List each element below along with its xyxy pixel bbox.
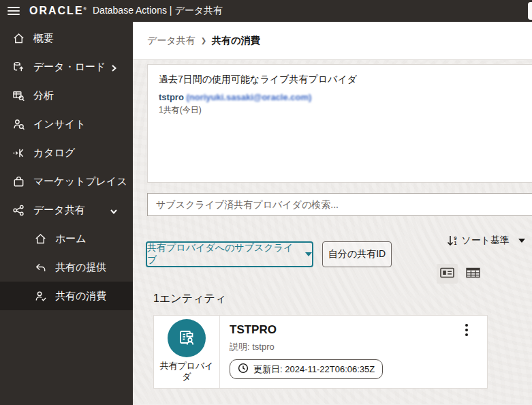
catalog-icon <box>12 146 25 160</box>
updated-badge: 更新日: 2024-11-22T06:06:35Z <box>230 359 383 379</box>
app-title: Database Actions | データ共有 <box>93 5 223 17</box>
sidebar-item-data-sharing[interactable]: データ共有 <box>0 196 133 224</box>
breadcrumb-current: 共有の消費 <box>212 35 260 47</box>
breadcrumb: データ共有 ❯ 共有の消費 <box>133 22 532 60</box>
marketplace-icon <box>12 175 25 188</box>
provider-link[interactable]: tstpro <box>159 92 184 102</box>
share-provider-avatar-icon <box>168 319 206 357</box>
sidebar-item-share-consume[interactable]: 共有の消費 <box>0 282 133 310</box>
live-providers-title: 過去7日間の使用可能なライブ共有プロバイダ <box>159 74 521 86</box>
share-consume-icon <box>33 289 47 303</box>
breadcrumb-separator: ❯ <box>201 37 206 44</box>
sidebar-item-label: データ共有 <box>33 204 85 217</box>
analysis-icon <box>12 89 25 102</box>
sidebar-item-label: 概要 <box>33 32 54 45</box>
main-panel: 過去7日間の使用可能なライブ共有プロバイダ tstpro (noriyuki.s… <box>133 60 532 404</box>
sort-numeric-icon: 91 <box>447 235 456 246</box>
search-input[interactable] <box>147 193 532 216</box>
table-view-icon <box>466 267 480 281</box>
sidebar-item-label: ホーム <box>55 232 87 245</box>
caret-down-icon <box>518 239 525 243</box>
sidebar-item-share-provide[interactable]: 共有の提供 <box>0 253 133 282</box>
sidebar-item-label: インサイト <box>33 118 86 131</box>
kebab-menu-icon[interactable] <box>458 320 475 340</box>
insights-icon <box>12 117 25 131</box>
sidebar-item-insights[interactable]: インサイト <box>0 110 133 138</box>
my-share-id-button[interactable]: 自分の共有ID <box>322 241 392 267</box>
share-provide-icon <box>33 260 47 274</box>
sidebar-item-label: 分析 <box>33 89 54 102</box>
sidebar-item-label: 共有の提供 <box>55 261 106 274</box>
my-share-id-label: 自分の共有ID <box>328 248 386 260</box>
breadcrumb-parent-link[interactable]: データ共有 <box>147 35 195 47</box>
header-edge-element <box>528 2 532 20</box>
card-view-toggle[interactable] <box>437 264 458 284</box>
sidebar-item-marketplace[interactable]: マーケットプレイス <box>0 167 133 196</box>
oracle-logo: ORACLE® <box>29 5 87 17</box>
data-share-icon <box>12 203 25 217</box>
chevron-right-icon[interactable] <box>110 63 118 71</box>
chevron-down-icon[interactable] <box>110 206 118 214</box>
provider-link-detail[interactable]: (noriyuki.sasaki@oracle.com) <box>186 92 311 102</box>
sidebar-item-label: データ・ロード <box>33 61 106 74</box>
clock-icon <box>238 363 249 376</box>
sidebar-item-sharing-home[interactable]: ホーム <box>0 224 133 253</box>
provider-card[interactable]: 共有プロバイダ TSTPRO 説明: tstpro 更新日: 2024-11-2… <box>153 315 488 389</box>
app-header: ORACLE® Database Actions | データ共有 <box>0 0 532 22</box>
provider-description: 説明: tstpro <box>230 341 478 353</box>
share-count-label: 1共有(今日) <box>159 104 521 116</box>
hamburger-menu-icon[interactable] <box>7 7 20 15</box>
sidebar-item-label: 共有の消費 <box>55 290 106 303</box>
caret-down-icon <box>305 252 312 256</box>
table-view-toggle[interactable] <box>463 264 484 284</box>
subscribe-button[interactable]: 共有プロバイダへのサブスクライブ <box>146 241 313 267</box>
sidebar-item-label: カタログ <box>33 147 75 160</box>
live-providers-panel: 過去7日間の使用可能なライブ共有プロバイダ tstpro (noriyuki.s… <box>147 64 532 183</box>
sidebar-item-analysis[interactable]: 分析 <box>0 81 133 110</box>
view-toggle-group <box>437 264 484 284</box>
sidebar-item-data-load[interactable]: データ・ロード <box>0 52 133 81</box>
sidebar-nav: 概要 データ・ロード 分析 インサイト カタログ マーケットプレイス <box>0 22 133 405</box>
sort-by-control[interactable]: 91 ソート基準 <box>447 235 525 247</box>
card-view-icon <box>440 267 454 281</box>
sidebar-item-overview[interactable]: 概要 <box>0 24 133 52</box>
subscribe-button-label: 共有プロバイダへのサブスクライブ <box>147 242 298 267</box>
data-load-icon <box>12 60 25 74</box>
updated-label: 更新日: 2024-11-22T06:06:35Z <box>253 363 375 376</box>
provider-card-left: 共有プロバイダ <box>154 316 220 388</box>
provider-card-body: TSTPRO 説明: tstpro 更新日: 2024-11-22T06:06:… <box>220 316 487 388</box>
home-icon <box>33 232 47 245</box>
provider-type-label: 共有プロバイダ <box>158 361 215 383</box>
sidebar-item-catalog[interactable]: カタログ <box>0 138 133 167</box>
content-area: データ共有 ❯ 共有の消費 過去7日間の使用可能なライブ共有プロバイダ tstp… <box>133 22 532 405</box>
entity-count-label: 1エンティティ <box>153 292 226 306</box>
provider-title: TSTPRO <box>230 323 478 337</box>
home-icon <box>12 31 25 45</box>
sort-by-label: ソート基準 <box>461 235 510 247</box>
sidebar-item-label: マーケットプレイス <box>33 175 127 188</box>
